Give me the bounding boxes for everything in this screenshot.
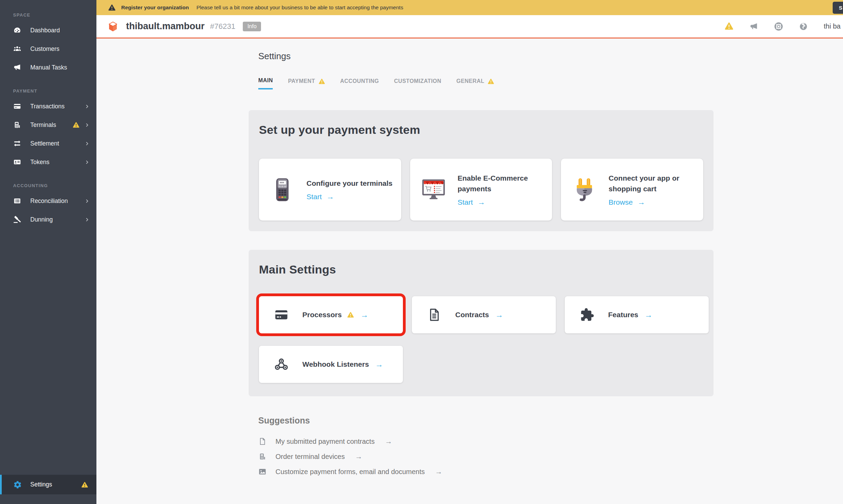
tab-label: ACCOUNTING <box>340 78 379 84</box>
tab-accounting[interactable]: ACCOUNTING <box>340 77 379 89</box>
arrow-right-icon: → <box>355 452 362 461</box>
start-link[interactable]: Start → <box>458 198 552 207</box>
header-actions: thi ba <box>725 22 843 31</box>
warning-triangle-icon <box>347 312 354 318</box>
tab-general[interactable]: GENERAL <box>456 77 494 89</box>
sidebar-item-label: Reconciliation <box>30 197 68 205</box>
suggestion-label: Order terminal devices <box>275 453 345 461</box>
suggestion-order-terminals[interactable]: Order terminal devices → <box>258 449 843 464</box>
ecommerce-shop-illustration <box>420 176 447 203</box>
setup-card-body: Enable E-Commerce payments Start → <box>458 173 552 207</box>
arrow-right-icon: → <box>385 437 392 446</box>
credit-card-icon <box>13 102 21 110</box>
card-title: Processors <box>302 311 342 319</box>
tab-label: MAIN <box>258 77 273 84</box>
setup-card-body: Connect your app or shopping cart Browse… <box>608 173 703 207</box>
setup-card-title: Configure your terminals <box>306 179 393 187</box>
sidebar-item-label: Settings <box>30 481 52 488</box>
tab-customization[interactable]: CUSTOMIZATION <box>394 77 441 89</box>
suggestion-label: Customize payment forms, email and docum… <box>275 468 425 476</box>
sidebar-item-transactions[interactable]: Transactions <box>0 97 96 116</box>
sidebar-item-dashboard[interactable]: Dashboard <box>0 21 96 40</box>
pos-terminal-illustration <box>269 176 295 203</box>
warning-triangle-icon <box>488 78 494 84</box>
setup-card-terminals: Configure your terminals Start → <box>259 159 401 221</box>
browse-link[interactable]: Browse → <box>608 198 703 207</box>
arrow-right-icon: → <box>637 198 645 207</box>
sidebar-item-label: Dashboard <box>30 27 60 34</box>
features-card[interactable]: Features → <box>565 296 709 333</box>
gavel-icon <box>13 215 21 224</box>
tab-payment[interactable]: PAYMENT <box>288 77 325 89</box>
setup-card-title: Connect your app or shopping cart <box>608 174 679 193</box>
chevron-right-icon <box>84 199 90 204</box>
tab-main[interactable]: MAIN <box>258 77 273 89</box>
user-menu-label[interactable]: thi ba <box>824 22 843 30</box>
app-screen: SPACE Dashboard Customers Manual Tasks <box>0 0 843 504</box>
banner-message: Please tell us a bit more about your bus… <box>196 4 403 11</box>
webhook-icon <box>274 357 289 372</box>
page-title: Settings <box>258 51 843 62</box>
arrow-right-icon: → <box>478 198 485 207</box>
sidebar-section-space: SPACE <box>13 12 96 18</box>
warning-triangle-icon <box>81 482 88 488</box>
chevron-right-icon <box>84 122 90 128</box>
plug-illustration <box>571 176 597 203</box>
sidebar-item-label: Customers <box>30 45 60 53</box>
settings-tabs: MAIN PAYMENT ACCOUNTING CUSTOMIZATION GE… <box>258 77 843 89</box>
contracts-card[interactable]: Contracts → <box>412 296 556 333</box>
image-icon <box>258 468 267 476</box>
sidebar-item-reconciliation[interactable]: Reconciliation <box>0 192 96 210</box>
arrow-right-icon: → <box>645 310 653 320</box>
banner-title: Register your organization <box>121 4 189 11</box>
sidebar-item-settlement[interactable]: Settlement <box>0 134 96 153</box>
megaphone-icon[interactable] <box>749 22 758 31</box>
chevron-right-icon <box>84 160 90 165</box>
register-organization-banner: Register your organization Please tell u… <box>96 0 843 15</box>
sidebar-item-label: Terminals <box>30 121 56 129</box>
card-title: Features <box>608 311 638 319</box>
main-settings-title: Main Settings <box>259 263 703 276</box>
suggestion-label: My submitted payment contracts <box>275 438 375 446</box>
terminal-icon <box>13 121 21 129</box>
arrow-right-icon: → <box>375 360 383 369</box>
globe-icon[interactable] <box>799 22 808 31</box>
id-card-icon <box>13 158 21 166</box>
suggestion-submitted-contracts[interactable]: My submitted payment contracts → <box>258 434 843 449</box>
sidebar-item-label: Tokens <box>30 159 49 166</box>
chevron-right-icon <box>84 217 90 222</box>
webhook-listeners-card[interactable]: Webhook Listeners → <box>259 346 403 383</box>
setup-card-body: Configure your terminals Start → <box>306 178 393 201</box>
main-settings-cards: Processors → Contracts → <box>259 296 703 383</box>
sidebar-item-settings[interactable]: Settings <box>0 475 96 494</box>
file-icon <box>258 437 267 446</box>
suggestion-customize-forms[interactable]: Customize payment forms, email and docum… <box>258 464 843 479</box>
sidebar-item-dunning[interactable]: Dunning <box>0 210 96 229</box>
warning-triangle-icon <box>319 78 325 84</box>
arrow-right-icon: → <box>435 468 443 476</box>
gear-icon <box>13 480 22 489</box>
sidebar-item-customers[interactable]: Customers <box>0 40 96 58</box>
puzzle-icon <box>580 308 594 322</box>
lifebuoy-icon[interactable] <box>774 22 783 31</box>
card-title: Contracts <box>455 311 489 319</box>
sidebar-item-manual-tasks[interactable]: Manual Tasks <box>0 58 96 77</box>
sidebar-section-accounting: ACCOUNTING <box>13 183 96 188</box>
setup-card-ecommerce: Enable E-Commerce payments Start → <box>410 159 552 221</box>
contract-icon <box>427 308 441 322</box>
tab-label: GENERAL <box>456 78 484 84</box>
arrow-right-icon: → <box>326 192 334 201</box>
arrow-right-icon: → <box>360 310 368 320</box>
setup-card-title: Enable E-Commerce payments <box>458 174 528 193</box>
sidebar: SPACE Dashboard Customers Manual Tasks <box>0 0 96 504</box>
card-title: Webhook Listeners <box>302 360 369 368</box>
processors-card[interactable]: Processors → <box>259 296 403 333</box>
sidebar-item-tokens[interactable]: Tokens <box>0 153 96 171</box>
start-link[interactable]: Start → <box>306 192 393 201</box>
banner-action-button[interactable]: S <box>833 2 843 14</box>
info-badge[interactable]: Info <box>243 22 261 31</box>
cube-logo <box>108 21 118 32</box>
setup-panel: Set up your payment system Configure you… <box>249 110 714 231</box>
sidebar-item-terminals[interactable]: Terminals <box>0 116 96 134</box>
warning-triangle-icon[interactable] <box>725 22 733 31</box>
